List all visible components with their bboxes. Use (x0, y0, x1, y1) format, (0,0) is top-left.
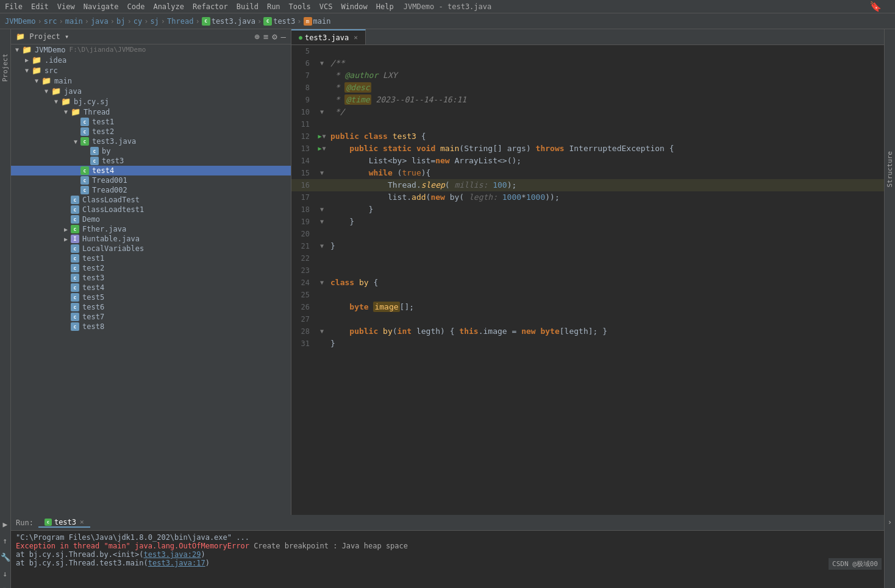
stack2-link[interactable]: test3.java:17 (148, 559, 205, 567)
tree-test3-pkg[interactable]: c test3 (11, 273, 291, 283)
fold-icon-21[interactable]: ▼ (320, 240, 324, 252)
run-icon-12[interactable]: ▶ (318, 130, 321, 143)
fold-icon-6[interactable]: ▼ (320, 57, 324, 69)
tree-test3-class[interactable]: c test3 (11, 156, 291, 166)
run-btn-play[interactable]: ▶ (3, 520, 8, 529)
sidebar-icon-plus[interactable]: ⊕ (254, 32, 259, 41)
sidebar-icon-collapse[interactable]: ≡ (263, 32, 268, 41)
tree-test4-pkg[interactable]: c test4 (11, 283, 291, 292)
menu-item-view[interactable]: View (57, 2, 75, 11)
tree-thread[interactable]: 📁 Thread (11, 107, 291, 117)
localvariables-label: LocalVariables (82, 244, 144, 253)
fold-icon-10[interactable]: ▼ (320, 106, 324, 118)
fold-icon-24[interactable]: ▼ (320, 277, 324, 289)
bottom-right-chevron[interactable]: › (888, 517, 893, 526)
breadcrumb-bj[interactable]: bj (116, 17, 125, 26)
breadcrumb-test3java[interactable]: c test3.java (202, 17, 255, 26)
run-btn-wrench[interactable]: 🔧 (1, 553, 10, 562)
tree-test1-pkg[interactable]: c test1 (11, 253, 291, 263)
tree-test6-pkg[interactable]: c test6 (11, 302, 291, 312)
fold-icon-28[interactable]: ▼ (320, 325, 324, 338)
menu-item-file[interactable]: File (5, 2, 23, 11)
code-line-5: 5 (291, 45, 884, 57)
stack1-link[interactable]: test3.java:29 (144, 550, 201, 559)
tree-tread002[interactable]: c Tread002 (11, 185, 291, 195)
test1-label: test1 (92, 118, 114, 126)
run-btn-up[interactable]: ↑ (3, 536, 8, 545)
fold-icon-18[interactable]: ▼ (320, 204, 324, 216)
breadcrumb-sj[interactable]: sj (150, 17, 159, 26)
breadcrumb-main[interactable]: main (65, 17, 83, 26)
breadcrumb-src[interactable]: src (44, 17, 57, 26)
breadcrumb-test3class[interactable]: c test3 (263, 17, 295, 26)
menu-item-help[interactable]: Help (376, 2, 394, 11)
breadcrumb-java[interactable]: java (91, 17, 109, 26)
csdn-badge: CSDN @极域00 (829, 558, 882, 570)
test3class-label: test3 (102, 157, 124, 165)
folder-icon-java: 📁 (51, 87, 61, 96)
tab-test3java[interactable]: ● test3.java ✕ (291, 29, 366, 44)
project-vtab[interactable]: Project (1, 54, 9, 82)
code-line-28: 28 ▼ public by(int legth) { this.image =… (291, 325, 884, 338)
menu-item-navigate[interactable]: Navigate (84, 2, 119, 11)
menu-item-window[interactable]: Window (341, 2, 367, 11)
tree-test4[interactable]: c test4 (11, 166, 291, 175)
tree-main[interactable]: 📁 main (11, 76, 291, 86)
code-line-26: 26 byte image[]; (291, 301, 884, 313)
tree-fther[interactable]: c Fther.java (11, 224, 291, 234)
bookmark-icon: 🔖 (869, 1, 882, 12)
tree-classloadtest1[interactable]: c ClassLoadtest1 (11, 205, 291, 214)
run-btn-down[interactable]: ↓ (3, 569, 8, 578)
tree-jvmdemo[interactable]: 📁 JVMDemo F:\D\jianda\JVMDemo (11, 44, 291, 55)
menu-item-vcs[interactable]: VCS (319, 2, 333, 11)
menu-item-code[interactable]: Code (127, 2, 145, 11)
class-icon-test1: c (80, 118, 89, 126)
sidebar-icon-minimize[interactable]: — (281, 32, 286, 41)
breadcrumb-jvmdemo[interactable]: JVMDemo (5, 17, 36, 26)
fold-icon-12[interactable]: ▼ (323, 130, 326, 143)
run-tab-test3[interactable]: c test3 ✕ (38, 518, 90, 528)
editor-content[interactable]: 5 6 ▼ /** 7 * @author LXY 8 * @desc (291, 45, 884, 515)
tree-test1-file[interactable]: c test1 (11, 117, 291, 127)
tree-src[interactable]: 📁 src (11, 65, 291, 76)
tree-tread001[interactable]: c Tread001 (11, 175, 291, 185)
fold-icon-15[interactable]: ▼ (320, 167, 324, 179)
tree-huntable[interactable]: I Huntable.java (11, 234, 291, 244)
sidebar-icon-gear[interactable]: ⚙ (272, 32, 277, 41)
tree-test7-pkg[interactable]: c test7 (11, 312, 291, 322)
breadcrumb-cy[interactable]: cy (134, 17, 142, 26)
breadcrumb-thread[interactable]: Thread (167, 17, 193, 26)
tree-test2-pkg[interactable]: c test2 (11, 263, 291, 273)
tree-test2-file[interactable]: c test2 (11, 127, 291, 136)
tree-idea[interactable]: 📁 .idea (11, 55, 291, 65)
class-icon-test1-pkg: c (71, 254, 79, 263)
menu-item-build[interactable]: Build (237, 2, 259, 11)
tree-test5-pkg[interactable]: c test5 (11, 292, 291, 302)
stack1-prefix: at bj.cy.sj.Thread.by.<init>( (16, 550, 144, 559)
interface-icon-huntable: I (71, 235, 79, 243)
fold-icon-19[interactable]: ▼ (320, 216, 324, 228)
menu-item-analyze[interactable]: Analyze (153, 2, 184, 11)
code-line-21: 21 ▼ } (291, 240, 884, 252)
tree-test8-pkg[interactable]: c test8 (11, 322, 291, 331)
menu-item-run[interactable]: Run (267, 2, 280, 11)
menu-item-refactor[interactable]: Refactor (193, 2, 228, 11)
fold-icon-13[interactable]: ▼ (323, 143, 326, 155)
tree-java[interactable]: 📁 java (11, 86, 291, 96)
code-line-23: 23 (291, 264, 884, 277)
tree-by[interactable]: c by (11, 146, 291, 156)
folder-icon-thread: 📁 (71, 107, 80, 116)
menu-item-tools[interactable]: Tools (289, 2, 311, 11)
structure-label[interactable]: Structure (886, 151, 894, 188)
tree-test3java[interactable]: c test3.java (11, 136, 291, 146)
run-btn-chevron[interactable]: » (3, 586, 7, 588)
tree-localvariables[interactable]: c LocalVariables (11, 244, 291, 253)
tree-bjcysj[interactable]: 📁 bj.cy.sj (11, 96, 291, 107)
breadcrumb-main[interactable]: m main (304, 17, 331, 26)
tree-demo[interactable]: c Demo (11, 214, 291, 224)
run-icon-13[interactable]: ▶ (318, 143, 321, 155)
menu-item-edit[interactable]: Edit (31, 2, 49, 11)
run-tab-close[interactable]: ✕ (80, 518, 84, 526)
tree-classloadtest[interactable]: c ClassLoadTest (11, 195, 291, 205)
tab-close-test3java[interactable]: ✕ (354, 34, 358, 41)
